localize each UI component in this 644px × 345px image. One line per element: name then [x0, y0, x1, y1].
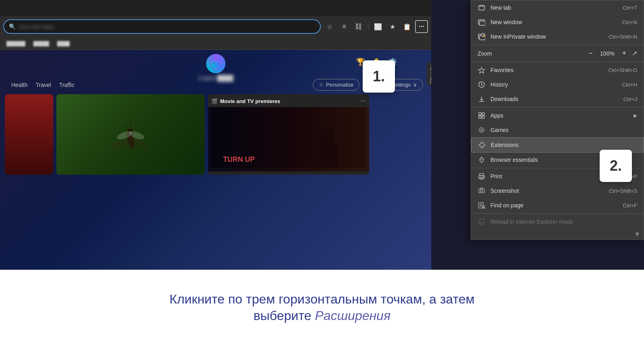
annotation-badge-1: 1. [363, 60, 395, 93]
zoom-row: Zoom − 100% + ↗ [471, 46, 644, 61]
svg-rect-33 [479, 116, 481, 118]
menu-divider-3 [471, 107, 644, 107]
new-window-item[interactable]: New window Ctrl+N [471, 15, 644, 29]
svg-point-40 [483, 176, 484, 177]
movie-scene: TURN UP [208, 107, 369, 171]
extensions-icon[interactable]: ⛓ [352, 20, 365, 33]
favorites-icon[interactable]: ☆ [323, 20, 336, 33]
apps-label: Apps [490, 112, 625, 119]
svg-text:TURN UP: TURN UP [223, 155, 255, 163]
find-on-page-icon [478, 201, 486, 209]
reload-ie-icon: e [478, 218, 486, 226]
new-tab-label: New tab [490, 4, 618, 11]
find-on-page-label: Find on page [490, 202, 618, 209]
games-label: Games [490, 127, 637, 133]
reading-mode-icon[interactable]: ≡ [338, 20, 351, 33]
split-view-icon[interactable]: ⬜ [372, 20, 384, 33]
svg-rect-24 [480, 21, 485, 25]
downloads-icon [478, 95, 486, 103]
new-inprivate-label: New InPrivate window [490, 33, 604, 40]
new-inprivate-icon: 🔒 [478, 33, 486, 41]
bottom-prefix: выберите [253, 308, 315, 323]
svg-point-47 [482, 206, 485, 208]
favorites-bar-item[interactable]: ██████ [3, 40, 29, 47]
address-text: msn.com news [19, 24, 315, 30]
card-movies[interactable]: 🎬 Movie and TV premieres ··· [208, 94, 369, 175]
svg-point-16 [326, 126, 335, 138]
separator: | [367, 23, 370, 30]
reload-ie-item: e Reload in Internet Explorer mode [471, 215, 644, 229]
svg-rect-32 [482, 113, 484, 115]
svg-text:e: e [480, 221, 482, 224]
favorites-menu-icon [478, 66, 486, 74]
cards-area: 🎬 Movie and TV premieres ··· [0, 94, 431, 270]
browser-background: 🔍 msn.com news ☆ ≡ ⛓ | ⬜ ★ 📋 ··· ██████ … [0, 0, 431, 270]
movie-title-text: Movie and TV premieres [220, 98, 280, 104]
card-1 [5, 94, 53, 175]
downloads-label: Downloads [490, 96, 619, 102]
screenshot-icon [478, 187, 486, 195]
screenshot-item[interactable]: Screenshot Ctrl+Shift+S [471, 184, 644, 198]
zoom-label: Zoom [478, 50, 583, 57]
card-image: TURN UP [208, 107, 369, 171]
zoom-expand-button[interactable]: ↗ [632, 50, 637, 57]
menu-scroll-hint: ▼ [471, 229, 644, 240]
card-title: 🎬 Movie and TV premieres [211, 98, 280, 104]
history-shortcut: Ctrl+H [622, 82, 637, 88]
extensions-label: Extensions [491, 142, 637, 148]
nav-item-travel[interactable]: Travel [32, 80, 54, 90]
card-more-button[interactable]: ··· [361, 97, 366, 105]
favorites-bar-item-2[interactable]: █████ [30, 40, 52, 47]
screenshot-label: Screenshot [490, 188, 604, 194]
nav-item-health[interactable]: Health [8, 80, 31, 90]
favorites-item[interactable]: Favorites Ctrl+Shift+O [471, 63, 644, 77]
search-icon: 🔍 [9, 23, 16, 30]
games-item[interactable]: Games [471, 123, 644, 137]
find-on-page-shortcut: Ctrl+F [623, 202, 637, 209]
address-bar[interactable]: 🔍 msn.com news [3, 19, 321, 34]
menu-divider-5 [471, 213, 644, 214]
apps-item[interactable]: Apps ▶ [471, 108, 644, 123]
svg-line-48 [484, 208, 485, 209]
downloads-item[interactable]: Downloads Ctrl+J [471, 92, 644, 106]
print-label: Print [490, 173, 618, 180]
new-tab-item[interactable]: New tab Ctrl+T [471, 0, 644, 15]
zoom-value: 100% [598, 50, 616, 57]
collections-icon[interactable]: 📋 [401, 20, 413, 33]
new-tab-shortcut: Ctrl+T [623, 5, 637, 11]
new-window-shortcut: Ctrl+N [622, 19, 637, 25]
screenshot-shortcut: Ctrl+Shift+S [609, 188, 637, 194]
zoom-out-button[interactable]: − [586, 48, 595, 58]
nav-item-traffic[interactable]: Traffic [56, 80, 78, 90]
new-inprivate-item[interactable]: 🔒 New InPrivate window Ctrl+Shift+N [471, 29, 644, 44]
context-menu: New tab Ctrl+T New window Ctrl+N 🔒 New I… [471, 0, 644, 240]
svg-text:🔒: 🔒 [482, 34, 485, 37]
copilot-logo [206, 54, 225, 73]
fav-icon[interactable]: ★ [386, 20, 399, 33]
find-on-page-item[interactable]: Find on page Ctrl+F [471, 198, 644, 213]
print-icon [478, 172, 486, 180]
favorites-bar: ██████ █████ ████ [0, 37, 431, 50]
bottom-instruction-line1: Кликните по трем горизонтальным точкам, … [170, 292, 475, 307]
favorites-bar-item-3[interactable]: ████ [54, 40, 73, 47]
svg-point-42 [480, 190, 483, 192]
tab-bar [0, 0, 431, 16]
menu-divider-1 [471, 45, 644, 45]
svg-line-13 [132, 124, 139, 130]
address-bar-area: 🔍 msn.com news ☆ ≡ ⛓ | ⬜ ★ 📋 ··· [0, 16, 431, 37]
personalize-button[interactable]: ☆ Personalize [313, 79, 359, 91]
card-mosquito[interactable] [56, 94, 205, 175]
settings-menu-button[interactable]: ··· [415, 20, 428, 33]
favorites-shortcut: Ctrl+Shift+O [608, 67, 637, 73]
bottom-text-area: Кликните по трем горизонтальным точкам, … [0, 270, 644, 345]
history-item[interactable]: History Ctrl+H [471, 77, 644, 92]
chevron-down-icon: ∨ [413, 82, 417, 88]
zoom-controls: − 100% + ↗ [586, 48, 637, 58]
apps-arrow-icon: ▶ [634, 113, 637, 118]
zoom-in-button[interactable]: + [619, 48, 629, 58]
bottom-instruction-line2: выберите Расширения [253, 308, 391, 323]
games-icon [478, 126, 486, 134]
svg-rect-20 [479, 6, 484, 7]
toolbar-icons: ☆ ≡ ⛓ | ⬜ ★ 📋 ··· [323, 20, 428, 33]
bottom-italic-word: Расширения [315, 308, 391, 323]
